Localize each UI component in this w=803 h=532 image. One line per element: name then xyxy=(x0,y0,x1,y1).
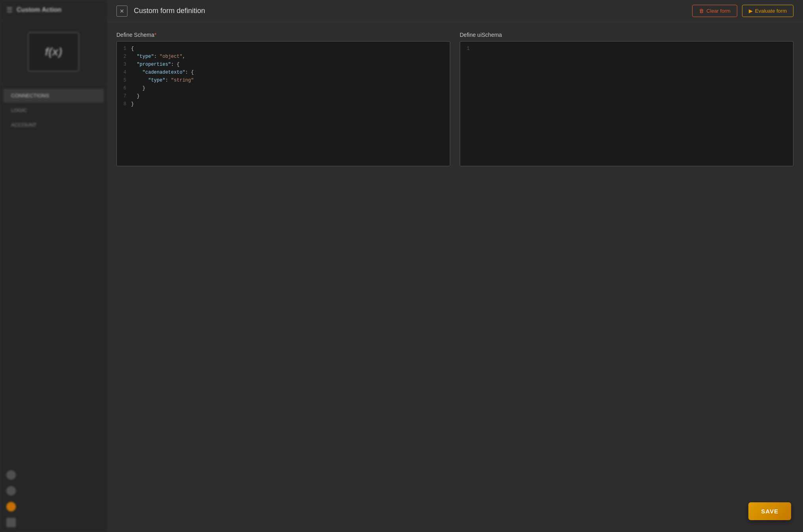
top-bar: ✕ Custom form definition 🗑 Clear form ▶ … xyxy=(107,0,803,22)
close-button[interactable]: ✕ xyxy=(116,6,127,17)
logo-box: f(x) xyxy=(28,32,79,72)
schema-editor-label: Define Schema* xyxy=(116,32,450,38)
ui-code-line-1: 1 xyxy=(460,45,793,53)
sidebar-circle-3 xyxy=(6,518,16,527)
evaluate-form-button[interactable]: ▶ Evaluate form xyxy=(742,5,793,17)
sidebar-logo-area: f(x) xyxy=(0,20,107,84)
close-icon: ✕ xyxy=(120,8,124,14)
main-content: ✕ Custom form definition 🗑 Clear form ▶ … xyxy=(107,0,803,532)
sidebar-circle-1 xyxy=(6,470,16,480)
logo-icon: f(x) xyxy=(45,46,62,58)
save-button[interactable]: SAVE xyxy=(748,502,791,520)
sidebar-header: ☰ Custom Action xyxy=(0,0,107,20)
code-line-5: 5 "type": "string" xyxy=(117,76,450,84)
dialog-title: Custom form definition xyxy=(134,7,692,15)
sidebar-circle-2 xyxy=(6,486,16,496)
play-icon: ▶ xyxy=(749,8,753,14)
menu-icon[interactable]: ☰ xyxy=(6,6,13,14)
sidebar-title: Custom Action xyxy=(17,6,61,13)
code-line-6: 6 } xyxy=(117,84,450,92)
clear-form-button[interactable]: 🗑 Clear form xyxy=(692,5,737,17)
clear-form-label: Clear form xyxy=(706,8,731,14)
save-btn-container: SAVE xyxy=(748,502,791,520)
code-line-4: 4 "cadenadetexto": { xyxy=(117,68,450,76)
code-line-8: 8 } xyxy=(117,100,450,108)
code-line-7: 7 } xyxy=(117,92,450,100)
evaluate-form-label: Evaluate form xyxy=(755,8,787,14)
schema-code-editor[interactable]: 1 { 2 "type": "object", 3 "properties": … xyxy=(116,41,450,166)
ui-schema-editor-label: Define uiSchema xyxy=(460,32,793,38)
code-line-3: 3 "properties": { xyxy=(117,61,450,68)
sidebar: ☰ Custom Action f(x) CONNECTIONS LOGIC A… xyxy=(0,0,107,532)
sidebar-item-connections[interactable]: CONNECTIONS xyxy=(3,89,104,103)
code-line-2: 2 "type": "object", xyxy=(117,53,450,61)
ui-schema-editor-section: Define uiSchema 1 xyxy=(460,32,793,166)
ui-schema-code-editor[interactable]: 1 xyxy=(460,41,793,166)
code-line-1: 1 { xyxy=(117,45,450,53)
sidebar-bottom-items xyxy=(0,466,107,532)
required-star: * xyxy=(154,32,156,38)
content-area: Define Schema* 1 { 2 "type": "object", 3… xyxy=(107,22,803,532)
sidebar-nav: CONNECTIONS LOGIC ACCOUNT xyxy=(0,84,107,466)
trash-icon: 🗑 xyxy=(699,8,704,14)
sidebar-item-logic[interactable]: LOGIC xyxy=(3,103,104,117)
sidebar-item-account[interactable]: ACCOUNT xyxy=(3,118,104,132)
sidebar-circle-orange xyxy=(6,502,16,511)
editors-row: Define Schema* 1 { 2 "type": "object", 3… xyxy=(116,32,793,166)
schema-editor-section: Define Schema* 1 { 2 "type": "object", 3… xyxy=(116,32,450,166)
top-bar-actions: 🗑 Clear form ▶ Evaluate form xyxy=(692,5,793,17)
